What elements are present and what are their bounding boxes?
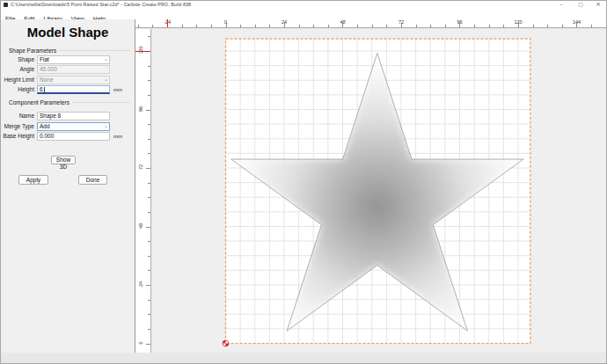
ruler-label: 120 (138, 43, 143, 57)
model-shape-panel: Model Shape Shape Parameters Shape Flat … (1, 19, 135, 353)
ruler-tick (299, 25, 300, 27)
ruler-tick (386, 25, 387, 27)
ruler-tick (591, 25, 592, 27)
name-label: Name (1, 112, 34, 120)
ruler-tick (148, 212, 150, 213)
ruler-tick (146, 227, 150, 228)
close-button[interactable]: ✕ (592, 1, 604, 9)
base-height-label: Base Height (1, 132, 34, 141)
base-height-input[interactable]: 0.000 (37, 132, 110, 141)
ruler-tick (148, 300, 150, 301)
app-window: C:\Users\willa\Downloads\5 Point Raised … (0, 0, 607, 364)
ruler-tick (328, 25, 329, 27)
ruler-tick (148, 314, 150, 315)
ruler-tick (148, 270, 150, 271)
ruler-tick (489, 25, 490, 27)
ruler-tick (148, 66, 150, 67)
ruler-tick (255, 25, 256, 27)
component-parameters-group-label: Component Parameters (9, 99, 130, 106)
ruler-tick (547, 25, 548, 27)
cursor-position-marker (167, 19, 168, 28)
ruler-tick (182, 25, 183, 27)
app-icon (4, 3, 8, 7)
ruler-tick (146, 168, 150, 169)
shape-select[interactable]: Flat ⌄ (37, 55, 110, 64)
ruler-tick (148, 256, 150, 257)
ruler-tick (372, 25, 373, 27)
page-title: Model Shape (1, 25, 135, 40)
ruler-label: 120 (514, 19, 522, 25)
ruler-tick (503, 25, 504, 27)
height-row: Height 6 mm (1, 85, 135, 94)
ruler-tick (357, 25, 358, 27)
done-button[interactable]: Done (78, 175, 107, 185)
ruler-tick (148, 153, 150, 154)
shape-label: Shape (1, 55, 34, 64)
ruler-tick (146, 110, 150, 111)
ruler-tick (148, 139, 150, 140)
ruler-tick (152, 25, 153, 27)
ruler-tick (240, 25, 241, 27)
name-row: Name Shape 8 (1, 112, 135, 120)
cursor-position-marker (135, 51, 151, 52)
ruler-tick (138, 25, 139, 27)
height-input[interactable]: 6 (37, 85, 110, 94)
ruler-label: 144 (573, 19, 581, 25)
window-title: C:\Users\willa\Downloads\5 Point Raised … (11, 2, 191, 7)
ruler-tick (148, 329, 150, 330)
ruler-label: 48 (138, 219, 143, 233)
ruler-tick (562, 25, 563, 27)
titlebar: C:\Users\willa\Downloads\5 Point Raised … (1, 1, 606, 9)
ruler-label: 96 (138, 102, 143, 116)
shape-row: Shape Flat ⌄ (1, 55, 135, 64)
ruler-tick (146, 344, 150, 345)
vertical-ruler: 024487296120 (135, 29, 151, 353)
merge-type-row: Merge Type Add ⌄ (1, 122, 135, 131)
height-unit-label: mm (113, 85, 122, 94)
chevron-down-icon: ⌄ (104, 76, 108, 83)
angle-field: 45.000 (37, 65, 110, 74)
ruler-tick (269, 25, 270, 27)
ruler-label: 0 (224, 19, 227, 25)
minimize-button[interactable]: – (555, 1, 567, 9)
ruler-tick (533, 25, 534, 27)
ruler-label: 72 (138, 160, 143, 174)
merge-type-label: Merge Type (1, 122, 34, 131)
ruler-label: 24 (138, 277, 143, 291)
chevron-down-icon: ⌄ (104, 122, 108, 129)
show-3d-button[interactable]: Show 3D (51, 156, 76, 164)
ruler-tick (148, 197, 150, 198)
ruler-tick (474, 25, 475, 27)
maximize-button[interactable]: ▢ (574, 1, 587, 9)
base-height-unit-label: mm (113, 132, 122, 141)
ruler-tick (313, 25, 314, 27)
height-limit-label: Height Limit (1, 76, 34, 84)
ruler-tick (148, 124, 150, 125)
ruler-label: 72 (399, 19, 404, 25)
ruler-tick (211, 25, 212, 27)
horizontal-ruler: -24024487296120144 (135, 19, 607, 28)
base-height-row: Base Height 0.000 mm (1, 132, 135, 141)
ruler-tick (148, 80, 150, 81)
merge-type-select[interactable]: Add ⌄ (37, 122, 110, 131)
ruler-tick (148, 241, 150, 242)
text-caret (44, 87, 45, 92)
ruler-tick (148, 36, 150, 37)
ruler-label: 24 (282, 19, 287, 25)
apply-button[interactable]: Apply (18, 175, 48, 185)
ruler-tick (196, 25, 197, 27)
name-input[interactable]: Shape 8 (37, 112, 110, 120)
ruler-label: 48 (340, 19, 345, 25)
angle-label: Angle (1, 65, 34, 74)
height-label: Height (1, 85, 34, 94)
ruler-tick (430, 25, 431, 27)
design-canvas[interactable] (152, 29, 607, 353)
shape-parameters-group-label: Shape Parameters (9, 47, 130, 54)
height-limit-select: None ⌄ (37, 76, 110, 84)
height-limit-row: Height Limit None ⌄ (1, 76, 135, 84)
ruler-label: 0 (138, 336, 143, 350)
menubar: FileEditLibraryViewHelp (1, 9, 606, 19)
angle-row: Angle 45.000 (1, 65, 135, 74)
ruler-tick (445, 25, 446, 27)
origin-marker-icon (223, 340, 229, 346)
